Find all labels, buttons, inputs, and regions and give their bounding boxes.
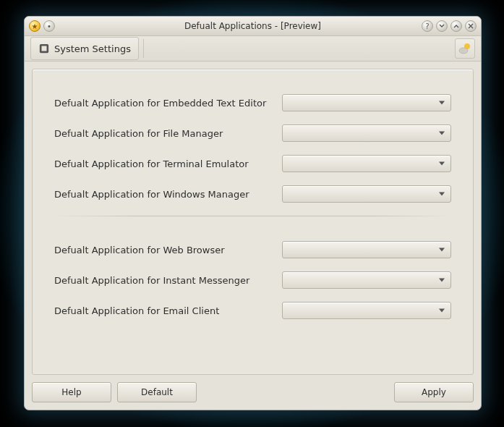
default-button[interactable]: Default xyxy=(117,382,197,402)
svg-rect-1 xyxy=(42,46,47,51)
settings-panel: Defualt Application for Embedded Text Ed… xyxy=(32,69,474,375)
window-pin-icon[interactable]: • xyxy=(43,20,55,32)
combo-file-manager[interactable] xyxy=(282,124,451,142)
combo-instant-messenger[interactable] xyxy=(282,271,451,289)
help-icon[interactable]: ? xyxy=(422,20,433,32)
settings-icon xyxy=(38,43,50,54)
chevron-down-icon xyxy=(439,101,445,105)
chevron-down-icon xyxy=(439,309,445,313)
window-title: Defualt Applications - [Preview] xyxy=(25,21,481,31)
combo-text-editor[interactable] xyxy=(282,94,451,111)
row-text-editor: Defualt Application for Embedded Text Ed… xyxy=(54,94,451,111)
toolbar: System Settings xyxy=(25,36,481,62)
titlebar: ★ • Defualt Applications - [Preview] ? xyxy=(25,17,481,36)
label-instant-messenger: Defualt Application for Instant Messenge… xyxy=(54,275,282,286)
row-web-browser: Defualt Application for Web Browser xyxy=(54,241,451,258)
combo-window-manager[interactable] xyxy=(282,185,451,203)
help-button[interactable]: Help xyxy=(32,382,111,402)
chevron-down-icon xyxy=(439,132,445,135)
label-text-editor: Defualt Application for Embedded Text Ed… xyxy=(54,98,282,109)
group-separator xyxy=(54,216,451,216)
combo-terminal[interactable] xyxy=(282,155,451,172)
toolbar-separator xyxy=(143,39,144,58)
button-bar: Help Default Apply xyxy=(32,375,474,402)
row-window-manager: Defualt Application for Windows Manager xyxy=(54,185,451,203)
chevron-down-icon xyxy=(439,162,445,166)
label-file-manager: Defualt Application for File Manager xyxy=(54,128,282,139)
maximize-icon[interactable] xyxy=(450,20,462,32)
minimize-icon[interactable] xyxy=(436,20,448,32)
chevron-down-icon xyxy=(439,193,445,196)
system-settings-tab[interactable]: System Settings xyxy=(30,37,139,60)
label-window-manager: Defualt Application for Windows Manager xyxy=(54,189,282,200)
combo-web-browser[interactable] xyxy=(282,241,451,258)
label-email-client: Defualt Application for Email Client xyxy=(54,305,282,316)
chevron-down-icon xyxy=(439,279,445,282)
combo-email-client[interactable] xyxy=(282,302,451,319)
label-web-browser: Defualt Application for Web Browser xyxy=(54,245,282,255)
row-file-manager: Defualt Application for File Manager xyxy=(54,124,451,142)
system-settings-label: System Settings xyxy=(54,43,131,54)
row-email-client: Defualt Application for Email Client xyxy=(54,302,451,319)
weather-icon[interactable] xyxy=(455,38,475,59)
content: Defualt Application for Embedded Text Ed… xyxy=(25,62,481,410)
row-terminal: Defualt Application for Terminal Emulato… xyxy=(54,155,451,172)
window: ★ • Defualt Applications - [Preview] ? S… xyxy=(24,16,482,410)
row-instant-messenger: Defualt Application for Instant Messenge… xyxy=(54,271,451,289)
label-terminal: Defualt Application for Terminal Emulato… xyxy=(54,158,282,169)
window-menu-icon[interactable]: ★ xyxy=(29,20,40,32)
chevron-down-icon xyxy=(439,248,445,252)
close-icon[interactable] xyxy=(465,20,477,32)
apply-button[interactable]: Apply xyxy=(394,382,474,402)
svg-point-3 xyxy=(459,48,468,54)
